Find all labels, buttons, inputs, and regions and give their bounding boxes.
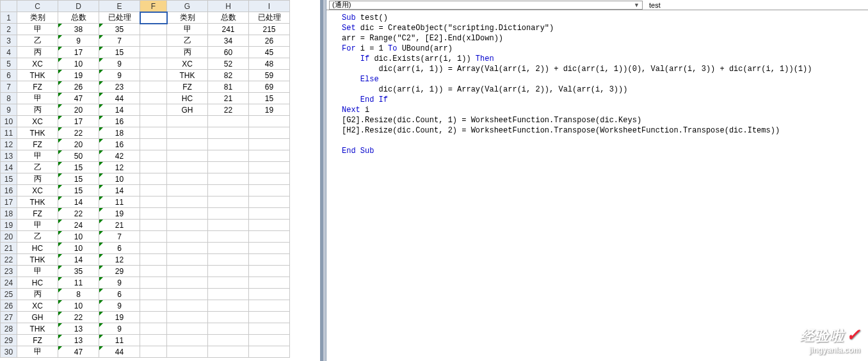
cell-D18[interactable]: 22 <box>58 208 99 220</box>
code-line[interactable]: For i = 1 To UBound(arr) <box>342 44 865 54</box>
cell-I2[interactable]: 215 <box>249 24 290 35</box>
cell-F21[interactable] <box>140 243 167 254</box>
cell-I5[interactable]: 48 <box>249 58 290 70</box>
cell-H29[interactable] <box>208 335 249 346</box>
row-header[interactable]: 19 <box>1 220 17 231</box>
cell-F14[interactable] <box>140 162 167 173</box>
cell-I24[interactable] <box>249 277 290 289</box>
cell-E5[interactable]: 9 <box>99 58 140 70</box>
cell-I25[interactable] <box>249 289 290 300</box>
cell-G6[interactable]: THK <box>167 70 208 81</box>
row-header[interactable]: 15 <box>1 173 17 185</box>
cell-H30[interactable] <box>208 346 249 358</box>
cell-D19[interactable]: 24 <box>58 220 99 231</box>
cell-H4[interactable]: 60 <box>208 47 249 58</box>
cell-I16[interactable] <box>249 185 290 197</box>
cell-D22[interactable]: 14 <box>58 254 99 266</box>
cell-E12[interactable]: 16 <box>99 139 140 150</box>
cell-G14[interactable] <box>167 162 208 173</box>
cell-H6[interactable]: 82 <box>208 70 249 81</box>
cell-H27[interactable] <box>208 312 249 323</box>
cell-H24[interactable] <box>208 277 249 289</box>
row-header[interactable]: 7 <box>1 81 17 93</box>
cell-E16[interactable]: 14 <box>99 185 140 197</box>
cell-D9[interactable]: 20 <box>58 104 99 116</box>
cell-E22[interactable]: 12 <box>99 254 140 266</box>
cell-H3[interactable]: 34 <box>208 35 249 47</box>
code-line[interactable]: Sub test() <box>342 13 865 23</box>
cell-I1[interactable]: 已处理 <box>249 12 290 24</box>
cell-D29[interactable]: 13 <box>58 335 99 346</box>
cell-C30[interactable]: 甲 <box>17 346 58 358</box>
cell-F25[interactable] <box>140 289 167 300</box>
cell-C24[interactable]: HC <box>17 277 58 289</box>
code-line[interactable]: If dic.Exists(arr(i, 1)) Then <box>342 54 865 64</box>
cell-I23[interactable] <box>249 266 290 277</box>
cell-E4[interactable]: 15 <box>99 47 140 58</box>
cell-I9[interactable]: 19 <box>249 104 290 116</box>
row-header[interactable]: 28 <box>1 323 17 335</box>
cell-G15[interactable] <box>167 173 208 185</box>
cell-G21[interactable] <box>167 243 208 254</box>
cell-C3[interactable]: 乙 <box>17 35 58 47</box>
row-header[interactable]: 1 <box>1 12 17 24</box>
cell-G9[interactable]: GH <box>167 104 208 116</box>
cell-I22[interactable] <box>249 254 290 266</box>
cell-C12[interactable]: FZ <box>17 139 58 150</box>
row-header[interactable]: 5 <box>1 58 17 70</box>
cell-D8[interactable]: 47 <box>58 93 99 104</box>
cell-D21[interactable]: 10 <box>58 243 99 254</box>
corner-header[interactable] <box>1 1 17 12</box>
cell-I12[interactable] <box>249 139 290 150</box>
spreadsheet-table[interactable]: CDEFGHI1类别总数已处理类别总数已处理2甲3835甲2412153乙97乙… <box>0 0 290 358</box>
row-header[interactable]: 17 <box>1 197 17 208</box>
cell-I6[interactable]: 59 <box>249 70 290 81</box>
code-line[interactable]: [H2].Resize(dic.Count, 2) = WorksheetFun… <box>342 125 865 136</box>
cell-G29[interactable] <box>167 335 208 346</box>
cell-I10[interactable] <box>249 116 290 127</box>
cell-I8[interactable]: 15 <box>249 93 290 104</box>
code-line[interactable]: dic(arr(i, 1)) = Array(Val(arr(i, 2)) + … <box>342 64 865 74</box>
cell-F3[interactable] <box>140 35 167 47</box>
cell-E11[interactable]: 18 <box>99 127 140 139</box>
cell-H17[interactable] <box>208 197 249 208</box>
cell-E25[interactable]: 6 <box>99 289 140 300</box>
cell-D23[interactable]: 35 <box>58 266 99 277</box>
row-header[interactable]: 10 <box>1 116 17 127</box>
cell-E13[interactable]: 42 <box>99 150 140 162</box>
cell-F10[interactable] <box>140 116 167 127</box>
cell-E28[interactable]: 9 <box>99 323 140 335</box>
cell-F16[interactable] <box>140 185 167 197</box>
cell-G4[interactable]: 丙 <box>167 47 208 58</box>
cell-F2[interactable] <box>140 24 167 35</box>
cell-C18[interactable]: FZ <box>17 208 58 220</box>
cell-C25[interactable]: 丙 <box>17 289 58 300</box>
cell-H9[interactable]: 22 <box>208 104 249 116</box>
code-line[interactable] <box>342 136 865 146</box>
row-header[interactable]: 27 <box>1 312 17 323</box>
cell-C14[interactable]: 乙 <box>17 162 58 173</box>
cell-E8[interactable]: 44 <box>99 93 140 104</box>
row-header[interactable]: 25 <box>1 289 17 300</box>
cell-I18[interactable] <box>249 208 290 220</box>
cell-H22[interactable] <box>208 254 249 266</box>
cell-F18[interactable] <box>140 208 167 220</box>
col-header-I[interactable]: I <box>249 1 290 12</box>
cell-C20[interactable]: 乙 <box>17 231 58 243</box>
cell-E19[interactable]: 21 <box>99 220 140 231</box>
cell-E18[interactable]: 19 <box>99 208 140 220</box>
cell-C11[interactable]: THK <box>17 127 58 139</box>
col-header-G[interactable]: G <box>167 1 208 12</box>
cell-H25[interactable] <box>208 289 249 300</box>
col-header-E[interactable]: E <box>99 1 140 12</box>
cell-G25[interactable] <box>167 289 208 300</box>
cell-H12[interactable] <box>208 139 249 150</box>
cell-C16[interactable]: XC <box>17 185 58 197</box>
cell-D17[interactable]: 14 <box>58 197 99 208</box>
cell-E17[interactable]: 11 <box>99 197 140 208</box>
cell-F28[interactable] <box>140 323 167 335</box>
row-header[interactable]: 16 <box>1 185 17 197</box>
cell-D10[interactable]: 17 <box>58 116 99 127</box>
cell-C6[interactable]: THK <box>17 70 58 81</box>
cell-C22[interactable]: THK <box>17 254 58 266</box>
